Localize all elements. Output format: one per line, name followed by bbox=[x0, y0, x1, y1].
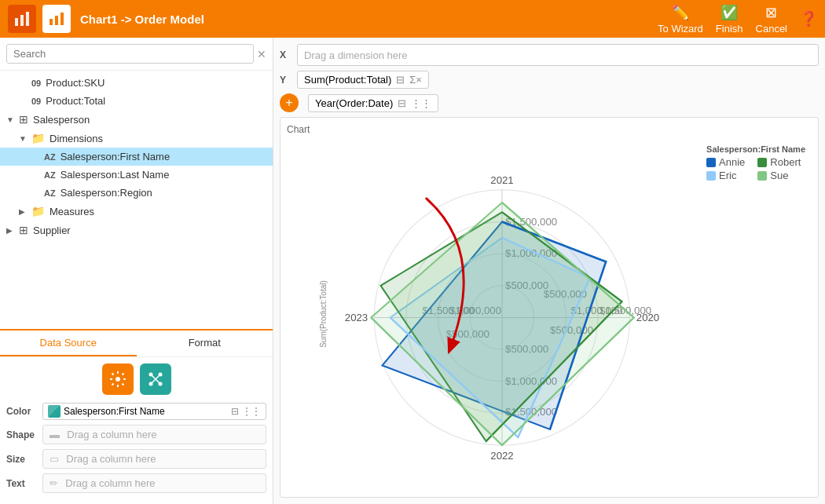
shape-label: Shape bbox=[6, 429, 38, 440]
format-field-icon[interactable]: ⊟ bbox=[396, 74, 405, 86]
sort-icon[interactable]: ⋮⋮ bbox=[242, 406, 261, 417]
tree-item-label: Product:SKU bbox=[46, 77, 104, 89]
plus-axis-field-value: Year(Order:Date) bbox=[315, 97, 393, 109]
tree-item-measures[interactable]: ▶ 📁 Measures bbox=[0, 202, 273, 221]
svg-text:2021: 2021 bbox=[490, 174, 513, 186]
tree-item-salesperson-lastname[interactable]: AZ Salesperson:Last Name bbox=[0, 166, 273, 184]
chart-icon bbox=[42, 5, 71, 33]
az-icon: AZ bbox=[44, 170, 56, 180]
legend-item-annie: Annie bbox=[706, 156, 745, 168]
color-field-row: Color Salesperson:First Name ⊟ ⋮⋮ bbox=[6, 403, 266, 420]
folder-icon: 📁 bbox=[31, 132, 45, 144]
tree-item-salesperson-firstname[interactable]: AZ Salesperson:First Name bbox=[0, 148, 273, 166]
tree-item-label: Salesperson bbox=[33, 114, 90, 126]
bottom-panel: Data Source Format bbox=[0, 329, 273, 504]
tree-item-product-total[interactable]: 09 Product:Total bbox=[0, 92, 273, 110]
legend-label-robert: Robert bbox=[770, 156, 801, 168]
legend-item-eric: Eric bbox=[706, 170, 745, 181]
size-label: Size bbox=[6, 454, 38, 465]
svg-rect-1 bbox=[20, 15, 24, 26]
chevron-right-icon: ▶ bbox=[6, 226, 19, 235]
search-clear-button[interactable]: ✕ bbox=[257, 48, 266, 60]
sigma-icon[interactable]: Σ× bbox=[409, 74, 422, 86]
right-panel: X Drag a dimension here Y Sum(Product:To… bbox=[273, 38, 825, 504]
plus-axis-chip[interactable]: Year(Order:Date) ⊟ ⋮⋮ bbox=[308, 94, 438, 112]
chart-inner: Sum(Product:Total) bbox=[287, 138, 812, 489]
svg-text:2022: 2022 bbox=[490, 450, 513, 462]
table-icon: ⊞ bbox=[19, 224, 28, 236]
size-drop-zone[interactable]: ▭ Drag a column here bbox=[42, 449, 266, 469]
legend-label-eric: Eric bbox=[719, 170, 736, 181]
tree-item-salesperson-region[interactable]: AZ Salesperson:Region bbox=[0, 184, 273, 202]
wizard-button[interactable]: ✏️ To Wizard bbox=[658, 4, 703, 35]
svg-rect-0 bbox=[15, 18, 18, 26]
cancel-button[interactable]: ⊠ Cancel bbox=[756, 4, 787, 35]
chevron-down-icon: ▼ bbox=[6, 115, 19, 124]
svg-text:2023: 2023 bbox=[345, 312, 368, 323]
main-layout: ✕ 09 Product:SKU 09 Product:Total ▼ ⊞ bbox=[0, 38, 825, 504]
svg-rect-5 bbox=[60, 13, 64, 25]
svg-point-6 bbox=[116, 377, 120, 382]
wizard-icon: ✏️ bbox=[672, 4, 689, 21]
svg-rect-4 bbox=[55, 16, 58, 25]
color-label: Color bbox=[6, 406, 38, 417]
text-drop-zone[interactable]: ✏ Drag a column here bbox=[42, 473, 266, 493]
legend-color-robert bbox=[757, 158, 767, 167]
topbar-actions: ✏️ To Wizard ✅ Finish ⊠ Cancel ❓ bbox=[658, 4, 817, 35]
tree-item-supplier[interactable]: ▶ ⊞ Supplier bbox=[0, 221, 273, 239]
settings-icon-button[interactable] bbox=[102, 363, 134, 395]
svg-marker-41 bbox=[371, 203, 633, 445]
finish-button[interactable]: ✅ Finish bbox=[716, 4, 743, 35]
chart-type-icon-button[interactable] bbox=[140, 363, 171, 395]
plus-axis-row: + Year(Order:Date) ⊟ ⋮⋮ bbox=[280, 93, 819, 112]
tree-item-label: Measures bbox=[50, 206, 94, 217]
tree-item-label: Dimensions bbox=[50, 133, 103, 144]
left-panel: ✕ 09 Product:SKU 09 Product:Total ▼ ⊞ bbox=[0, 38, 273, 504]
shape-field-row: Shape ▬ Drag a column here bbox=[6, 425, 266, 444]
legend-label-annie: Annie bbox=[719, 156, 745, 168]
radar-chart-svg: 2021 2020 2022 2023 $1,500,000 $1,000,00… bbox=[310, 146, 694, 489]
table-icon: ⊞ bbox=[19, 113, 28, 126]
tree-item-label: Product:Total bbox=[46, 95, 105, 107]
folder-icon: 📁 bbox=[31, 205, 45, 217]
x-axis-drop-zone[interactable]: Drag a dimension here bbox=[297, 44, 819, 66]
shape-drop-zone[interactable]: ▬ Drag a column here bbox=[42, 425, 266, 444]
tab-format[interactable]: Format bbox=[137, 331, 273, 356]
tree-item-label: Supplier bbox=[33, 225, 71, 236]
bottom-tabs: Data Source Format bbox=[0, 331, 273, 357]
tab-datasource[interactable]: Data Source bbox=[0, 331, 137, 356]
format-icon[interactable]: ⊟ bbox=[231, 406, 239, 417]
add-dimension-button[interactable]: + bbox=[280, 93, 299, 112]
chevron-right-icon: ▶ bbox=[19, 207, 31, 216]
format-field-icon[interactable]: ⊟ bbox=[398, 97, 406, 109]
search-input[interactable] bbox=[6, 44, 254, 64]
datasource-icon-row bbox=[6, 363, 266, 395]
text-field-row: Text ✏ Drag a column here bbox=[6, 473, 266, 493]
y-axis-row: Y Sum(Product:Total) ⊟ Σ× bbox=[280, 71, 819, 89]
legend-color-sue bbox=[757, 171, 767, 181]
chart-title: Chart bbox=[287, 124, 812, 135]
color-field-chip[interactable]: Salesperson:First Name ⊟ ⋮⋮ bbox=[42, 403, 266, 420]
y-axis-chip[interactable]: Sum(Product:Total) ⊟ Σ× bbox=[297, 71, 429, 89]
num-icon: 09 bbox=[31, 79, 41, 88]
help-button[interactable]: ❓ bbox=[800, 10, 817, 27]
az-icon: AZ bbox=[44, 188, 56, 198]
finish-icon: ✅ bbox=[720, 4, 738, 21]
legend-color-eric bbox=[706, 171, 716, 181]
tree-item-dimensions[interactable]: ▼ 📁 Dimensions bbox=[0, 129, 273, 148]
datasource-pane: Color Salesperson:First Name ⊟ ⋮⋮ Shape … bbox=[0, 357, 273, 504]
y-axis-field-value: Sum(Product:Total) bbox=[304, 74, 391, 86]
sort-icon[interactable]: ⋮⋮ bbox=[411, 97, 431, 109]
tree-item-label: Salesperson:First Name bbox=[60, 151, 170, 163]
cancel-icon: ⊠ bbox=[765, 4, 777, 21]
page-title: Chart1 -> Order Model bbox=[80, 13, 658, 26]
tree-item-salesperson[interactable]: ▼ ⊞ Salesperson bbox=[0, 110, 273, 129]
legend-item-robert: Robert bbox=[757, 156, 801, 168]
tree-item-label: Salesperson:Region bbox=[60, 187, 152, 199]
svg-rect-2 bbox=[26, 12, 29, 26]
chevron-down-icon: ▼ bbox=[19, 134, 31, 143]
tree-item-product-sku[interactable]: 09 Product:SKU bbox=[0, 74, 273, 92]
x-axis-label: X bbox=[280, 49, 292, 60]
legend-item-sue: Sue bbox=[757, 170, 801, 181]
legend-label-sue: Sue bbox=[770, 170, 788, 181]
